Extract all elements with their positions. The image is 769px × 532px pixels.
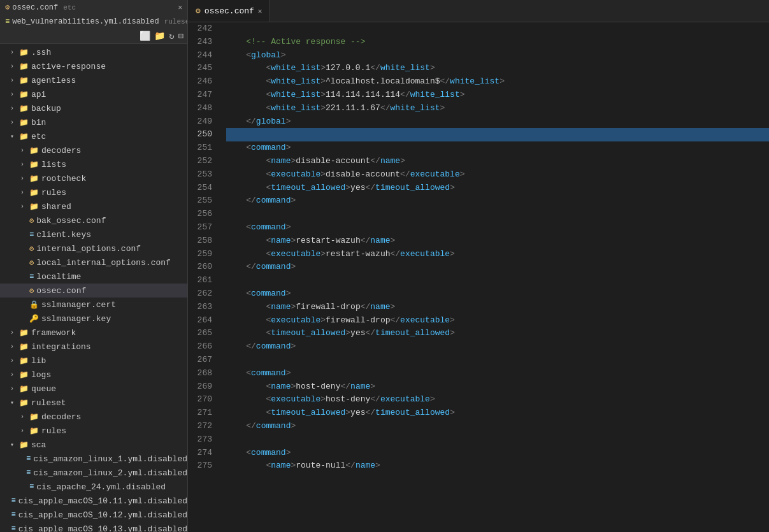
tree-item[interactable]: ≡cis_apache_24.yml.disabled <box>0 480 187 494</box>
tree-item[interactable]: ›📁active-response <box>0 59 187 73</box>
file-icon: ≡ <box>29 272 34 281</box>
tree-arrow: › <box>10 63 18 70</box>
code-line: <executable>firewall-drop</executable> <box>226 314 769 327</box>
folder-icon: 📁 <box>19 342 29 352</box>
tree-item[interactable]: 🔑sslmanager.key <box>0 312 187 326</box>
tree-item[interactable]: ›📁agentless <box>0 73 187 87</box>
new-file-icon[interactable]: ⬜ <box>140 31 150 41</box>
tree-item[interactable]: ›📁decoders <box>0 410 187 424</box>
folder-icon: 📁 <box>29 146 39 155</box>
folder-icon: 📁 <box>19 384 29 394</box>
tree-item[interactable]: ▾📁sca <box>0 438 187 452</box>
tree-item[interactable]: ⚙ossec.conf <box>0 284 187 298</box>
code-line: <executable>restart-wazuh</executable> <box>226 248 769 261</box>
tree-item[interactable]: ≡client.keys <box>0 227 187 241</box>
code-line <box>226 274 769 287</box>
code-area[interactable]: 2422432442452462472482492502512522532542… <box>188 22 769 532</box>
file-tree: ›📁.ssh›📁active-response›📁agentless›📁api›… <box>0 44 187 532</box>
tree-item[interactable]: ≡cis_apple_macOS_10.13.yml.disabled <box>0 522 187 532</box>
sidebar-tab-ossec[interactable]: ⚙ossec.confetc✕ <box>0 0 187 15</box>
tree-item[interactable]: ≡localtime <box>0 270 187 284</box>
tree-item[interactable]: ›📁rules <box>0 424 187 438</box>
tree-label: rootcheck <box>41 174 86 183</box>
tree-item[interactable]: ›📁framework <box>0 326 187 340</box>
tree-item[interactable]: ≡cis_apple_macOS_10.11.yml.disabled <box>0 494 187 508</box>
editor-tab-ossec-conf[interactable]: ⚙ossec.conf✕ <box>188 0 270 22</box>
tree-item[interactable]: 🔒sslmanager.cert <box>0 298 187 312</box>
tree-item[interactable]: ›📁lists <box>0 157 187 171</box>
tree-item[interactable]: ›📁api <box>0 87 187 101</box>
line-number: 254 <box>188 182 212 195</box>
folder-icon: 📁 <box>29 188 39 198</box>
line-number: 250 <box>188 128 212 141</box>
tree-label: cis_apache_24.yml.disabled <box>36 482 166 492</box>
editor-tab-close[interactable]: ✕ <box>258 7 262 15</box>
line-number: 273 <box>188 433 212 447</box>
code-line: <command> <box>226 447 769 460</box>
code-line: </command> <box>226 340 769 354</box>
tree-item[interactable]: ⚙internal_options.conf <box>0 241 187 255</box>
tree-item[interactable]: ≡cis_amazon_linux_2.yml.disabled <box>0 466 187 480</box>
tree-arrow: › <box>10 91 18 98</box>
folder-icon: 📁 <box>19 90 29 99</box>
tree-arrow: ▾ <box>10 441 18 449</box>
tree-item[interactable]: ›📁.ssh <box>0 45 187 59</box>
tree-item[interactable]: ›📁rules <box>0 185 187 199</box>
tree-item[interactable]: ›📁bin <box>0 115 187 129</box>
tree-label: bak_ossec.conf <box>36 216 106 226</box>
line-number: 252 <box>188 155 212 168</box>
folder-icon: 📁 <box>19 76 29 85</box>
code-line: </command> <box>226 194 769 208</box>
tree-label: cis_apple_macOS_10.13.yml.disabled <box>18 524 187 533</box>
file-icon: ≡ <box>29 230 34 239</box>
refresh-icon[interactable]: ↻ <box>169 31 174 41</box>
line-number: 259 <box>188 248 212 261</box>
new-folder-icon[interactable]: 📁 <box>154 31 165 41</box>
line-number: 242 <box>188 22 212 36</box>
sidebar-tab-web_vuln[interactable]: ≡web_vulnerabilities.yml.disabledruleset… <box>0 15 187 29</box>
tree-item[interactable]: ⚙local_internal_options.conf <box>0 255 187 270</box>
line-number: 255 <box>188 194 212 208</box>
tree-item[interactable]: ›📁queue <box>0 382 187 396</box>
tree-item[interactable]: ≡cis_amazon_linux_1.yml.disabled <box>0 452 187 466</box>
file-icon: ≡ <box>26 454 31 463</box>
tree-item[interactable]: ▾📁etc <box>0 129 187 143</box>
folder-icon: 📁 <box>29 426 39 436</box>
tree-arrow: › <box>10 105 18 112</box>
tab-label: web_vulnerabilities.yml.disabled <box>12 17 159 26</box>
tree-item[interactable]: ›📁logs <box>0 368 187 382</box>
tab-icon: ⚙ <box>5 3 10 12</box>
tab-close[interactable]: ✕ <box>178 3 182 11</box>
folder-icon: 📁 <box>19 132 29 141</box>
tree-item[interactable]: ›📁shared <box>0 199 187 213</box>
tree-label: framework <box>31 328 76 338</box>
tree-label: decoders <box>41 146 81 155</box>
tree-arrow: › <box>10 119 18 126</box>
tree-item[interactable]: ›📁rootcheck <box>0 171 187 185</box>
tree-item[interactable]: ≡cis_apple_macOS_10.12.yml.disabled <box>0 508 187 522</box>
tree-item[interactable]: ▾📁ruleset <box>0 396 187 410</box>
line-number: 266 <box>188 340 212 354</box>
line-number: 253 <box>188 168 212 182</box>
sidebar-tabs: ⚙ossec.confetc✕≡web_vulnerabilities.yml.… <box>0 0 187 29</box>
code-line: <command> <box>226 221 769 234</box>
line-number: 268 <box>188 367 212 380</box>
tree-label: cis_amazon_linux_2.yml.disabled <box>33 468 187 478</box>
tree-item[interactable]: ›📁backup <box>0 101 187 115</box>
tree-label: sslmanager.cert <box>41 300 116 310</box>
file-icon: ≡ <box>11 524 16 532</box>
tree-label: api <box>31 90 46 99</box>
tree-item[interactable]: ⚙bak_ossec.conf <box>0 213 187 227</box>
tree-label: sca <box>31 440 46 450</box>
tree-item[interactable]: ›📁integrations <box>0 340 187 354</box>
tree-item[interactable]: ›📁lib <box>0 354 187 368</box>
file-icon: ≡ <box>11 496 16 505</box>
editor-tabs: ⚙ossec.conf✕ <box>188 0 769 22</box>
collapse-icon[interactable]: ⊟ <box>178 31 183 41</box>
tree-item[interactable]: ›📁decoders <box>0 143 187 157</box>
code-line: <name>firewall-drop</name> <box>226 301 769 314</box>
tree-arrow: ▾ <box>10 399 18 406</box>
tree-label: ossec.conf <box>36 286 86 296</box>
tree-label: logs <box>31 370 51 380</box>
tree-arrow: › <box>20 428 28 435</box>
